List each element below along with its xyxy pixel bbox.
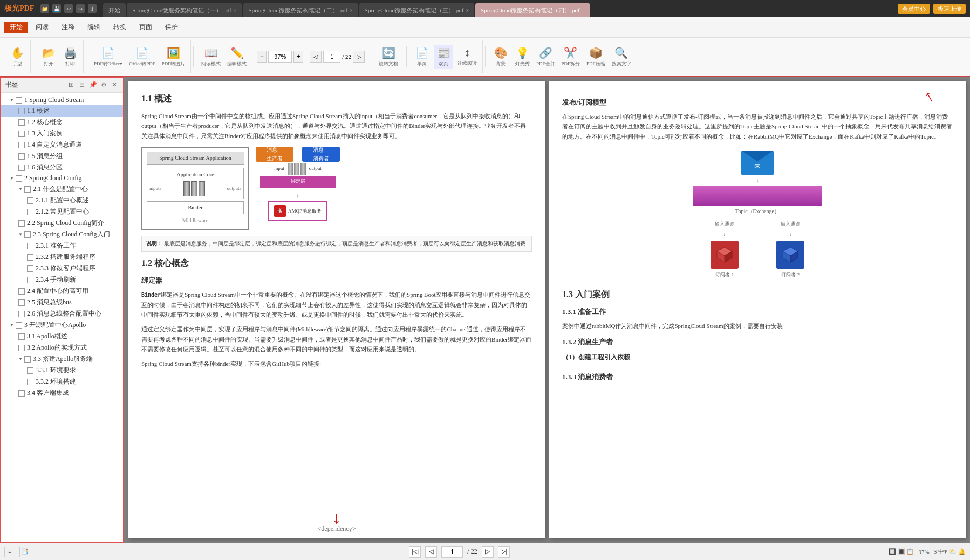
- status-icon2[interactable]: 📑: [19, 547, 30, 557]
- cb-s232[interactable]: [27, 254, 33, 261]
- tab-2[interactable]: SpringCloud微服务架构笔记（二）.pdf ×: [243, 3, 358, 17]
- prev-page-btn[interactable]: ◁: [310, 51, 322, 63]
- ribbon-pdf-to-img[interactable]: 🖼️ PDF转图片: [160, 45, 188, 69]
- sidebar-item-s32[interactable]: 3.2 Apollo的实现方式: [1, 342, 123, 353]
- cb-s231[interactable]: [27, 243, 33, 249]
- cb-s234[interactable]: [27, 277, 33, 283]
- sidebar-item-s234[interactable]: 2.3.4 手动刷新: [1, 274, 123, 285]
- cb-s3[interactable]: [16, 322, 22, 329]
- cb-s211[interactable]: [27, 197, 33, 204]
- tab-4[interactable]: SpringCloud微服务架构笔记（四）.pdf ×: [475, 3, 590, 17]
- cb-s32[interactable]: [18, 345, 25, 351]
- sidebar-item-s2[interactable]: ▼ 2 SpringCloud Config: [1, 173, 123, 183]
- ribbon-tab-read[interactable]: 阅读: [30, 22, 54, 33]
- cb-s14[interactable]: [18, 142, 25, 148]
- cb-s2[interactable]: [16, 175, 22, 182]
- ribbon-tab-page[interactable]: 页面: [134, 22, 158, 33]
- sidebar-item-s15[interactable]: 1.5 消息分组: [1, 151, 123, 162]
- cb-s233[interactable]: [27, 265, 33, 272]
- ribbon-tab-edit[interactable]: 编辑: [82, 22, 106, 33]
- tab-home[interactable]: 开始: [103, 3, 126, 17]
- sidebar-item-s11[interactable]: 1.1 概述: [1, 105, 123, 117]
- status-icon1[interactable]: ≡: [4, 547, 15, 557]
- cb-s332[interactable]: [27, 379, 33, 385]
- ribbon-split[interactable]: ✂️ PDF拆分: [559, 45, 583, 69]
- ribbon-edit-mode[interactable]: ✏️ 编辑模式: [225, 45, 249, 69]
- cb-s23[interactable]: [24, 231, 31, 238]
- tab-2-close[interactable]: ×: [350, 8, 353, 13]
- ribbon-hand-tool[interactable]: ✋ 手型: [8, 45, 27, 69]
- sidebar-item-s24[interactable]: 2.4 配置中心的高可用: [1, 285, 123, 297]
- ribbon-pdf-to-office[interactable]: 📄 PDF转Office▾: [92, 45, 125, 69]
- cb-s33[interactable]: [24, 356, 31, 363]
- next-page-status-btn[interactable]: ▷: [482, 546, 494, 558]
- sidebar-item-s34[interactable]: 3.4 客户端集成: [1, 387, 123, 399]
- zoom-input[interactable]: [268, 51, 292, 63]
- ribbon-continuous[interactable]: ↕️ 连续阅读: [455, 45, 479, 68]
- sidebar-item-s233[interactable]: 2.3.3 修改客户端程序: [1, 263, 123, 274]
- icon1[interactable]: 📁: [40, 4, 49, 13]
- sidebar-collapse-btn[interactable]: ⊟: [78, 81, 86, 90]
- ribbon-compress[interactable]: 📦 PDF压缩: [584, 45, 607, 69]
- sidebar-item-s23[interactable]: ▼ 2.3 Spring Cloud Config入门: [1, 229, 123, 240]
- cb-s13[interactable]: [18, 131, 25, 137]
- sidebar-item-s26[interactable]: 2.6 消息总线整合配置中心: [1, 308, 123, 319]
- icon5[interactable]: ℹ: [88, 4, 97, 13]
- ribbon-print[interactable]: 🖨️ 打印: [60, 45, 80, 69]
- upgrade-button[interactable]: 极速上传: [933, 4, 966, 14]
- cb-s1[interactable]: [16, 97, 22, 104]
- tab-4-close[interactable]: ×: [582, 8, 585, 13]
- ribbon-tab-annotate[interactable]: 注释: [56, 22, 80, 33]
- ribbon-background[interactable]: 🎨 背景: [491, 45, 510, 69]
- cb-s26[interactable]: [18, 311, 25, 317]
- cb-s34[interactable]: [18, 390, 25, 397]
- tab-3[interactable]: SpringCloud微服务架构笔记（三）.pdf ×: [359, 3, 474, 17]
- ribbon-office-to-pdf[interactable]: 📄 Office转PDF: [127, 45, 157, 69]
- sidebar-item-s211[interactable]: 2.1.1 配置中心概述: [1, 195, 123, 206]
- zoom-in-btn[interactable]: +: [293, 51, 303, 63]
- sidebar-item-s13[interactable]: 1.3 入门案例: [1, 128, 123, 139]
- cb-s25[interactable]: [18, 299, 25, 306]
- sidebar-item-s14[interactable]: 1.4 自定义消息通道: [1, 139, 123, 151]
- sidebar-item-s33[interactable]: ▼ 3.3 搭建Apollo服务端: [1, 353, 123, 365]
- sidebar-item-s21[interactable]: ▼ 2.1 什么是配置中心: [1, 183, 123, 195]
- cb-s22[interactable]: [18, 220, 25, 227]
- cb-s24[interactable]: [18, 288, 25, 295]
- ribbon-read-mode[interactable]: 📖 阅读模式: [199, 45, 223, 69]
- prev-page-status-btn[interactable]: ◁: [425, 546, 437, 558]
- sidebar-item-s31[interactable]: 3.1 Apollo概述: [1, 331, 123, 342]
- cb-s11[interactable]: [18, 108, 25, 114]
- icon4[interactable]: ↪: [76, 4, 85, 13]
- next-page-btn[interactable]: ▷: [353, 51, 365, 63]
- sidebar-item-s1[interactable]: ▼ 1 Spring Cloud Stream: [1, 95, 123, 105]
- ribbon-open[interactable]: 📂 打开: [39, 45, 58, 69]
- last-page-btn[interactable]: ▷|: [498, 546, 510, 558]
- vip-button[interactable]: 会员中心: [898, 4, 930, 14]
- sidebar-item-s22[interactable]: 2.2 Spring Cloud Config简介: [1, 217, 123, 229]
- ribbon-slideshow[interactable]: 💡 灯光秀: [513, 45, 532, 69]
- sidebar-settings-btn[interactable]: ⚙: [99, 81, 108, 90]
- ribbon-double-page[interactable]: 📰 双页: [434, 45, 453, 69]
- cb-s331[interactable]: [27, 367, 33, 374]
- tab-3-close[interactable]: ×: [466, 8, 469, 13]
- sidebar-expand-btn[interactable]: ⊞: [67, 81, 76, 90]
- cb-s15[interactable]: [18, 153, 25, 160]
- cb-s21[interactable]: [24, 186, 31, 193]
- sidebar-item-s332[interactable]: 3.3.2 环境搭建: [1, 376, 123, 387]
- cb-s212[interactable]: [27, 209, 33, 215]
- cb-s16[interactable]: [18, 165, 25, 171]
- ribbon-rotate[interactable]: 🔄 旋转文档: [377, 45, 400, 69]
- icon2[interactable]: 💾: [52, 4, 61, 13]
- sidebar-item-s231[interactable]: 2.3.1 准备工作: [1, 240, 123, 251]
- sidebar-item-s25[interactable]: 2.5 消息总线bus: [1, 297, 123, 308]
- zoom-out-btn[interactable]: −: [257, 51, 267, 63]
- sidebar-item-s3[interactable]: ▼ 3 开源配置中心Apollo: [1, 319, 123, 331]
- sidebar-close-btn[interactable]: ✕: [110, 81, 119, 90]
- sidebar-item-s16[interactable]: 1.6 消息分区: [1, 162, 123, 173]
- cb-s12[interactable]: [18, 119, 25, 126]
- tab-1-close[interactable]: ×: [234, 8, 237, 13]
- first-page-btn[interactable]: |◁: [409, 546, 421, 558]
- status-page-input[interactable]: [441, 546, 463, 558]
- ribbon-single-page[interactable]: 📄 单页: [412, 45, 432, 69]
- sidebar-item-s12[interactable]: 1.2 核心概念: [1, 117, 123, 128]
